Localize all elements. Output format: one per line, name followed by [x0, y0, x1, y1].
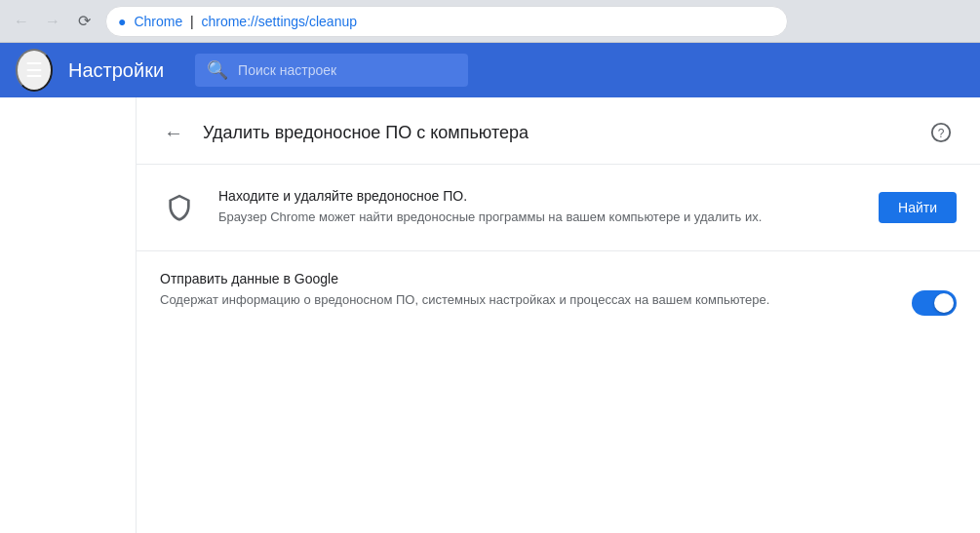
address-bar[interactable]: ● Chrome | chrome://settings/cleanup	[105, 6, 788, 37]
send-data-description: Содержат информацию о вредоносном ПО, си…	[160, 290, 769, 310]
shield-icon-container	[160, 188, 199, 227]
search-icon: 🔍	[207, 59, 228, 81]
forward-nav-button[interactable]: →	[39, 8, 66, 35]
find-button[interactable]: Найти	[879, 192, 957, 223]
send-data-toggle[interactable]	[912, 290, 957, 316]
settings-title: Настройки	[68, 59, 164, 82]
help-circle-icon: ?	[930, 122, 952, 143]
page-back-button[interactable]: ←	[160, 118, 187, 148]
browser-chrome: ← → ⟳ ● Chrome | chrome://settings/clean…	[0, 0, 980, 43]
toggle-slider	[912, 290, 957, 316]
main-content: ← Удалить вредоносное ПО с компьютера ?	[0, 97, 980, 533]
page-header: ← Удалить вредоносное ПО с компьютера ?	[137, 97, 980, 165]
malware-title: Находите и удаляйте вредоносное ПО.	[218, 188, 859, 204]
malware-section: Находите и удаляйте вредоносное ПО. Брау…	[137, 165, 980, 251]
content-area: ← Удалить вредоносное ПО с компьютера ?	[137, 97, 980, 533]
address-prefix: chrome://	[201, 14, 257, 29]
shield-icon	[164, 192, 195, 223]
address-path: /cleanup	[305, 14, 357, 29]
malware-section-inner: Находите и удаляйте вредоносное ПО. Брау…	[160, 188, 957, 227]
secure-icon: ●	[118, 14, 126, 29]
sidebar	[0, 97, 137, 533]
malware-description: Браузер Chrome может найти вредоносные п…	[218, 208, 852, 227]
malware-info: Находите и удаляйте вредоносное ПО. Брау…	[218, 188, 859, 227]
send-data-section: Отправить данные в Google Содержат инфор…	[137, 251, 980, 335]
toggle-row: Содержат информацию о вредоносном ПО, си…	[160, 290, 957, 316]
refresh-button[interactable]: ⟳	[70, 8, 98, 35]
settings-header: ☰ Настройки 🔍	[0, 43, 980, 97]
back-nav-button[interactable]: ←	[8, 8, 35, 35]
address-bold-part: settings	[258, 14, 305, 29]
svg-text:?: ?	[938, 127, 945, 140]
page-header-left: ← Удалить вредоносное ПО с компьютера	[160, 118, 529, 148]
nav-buttons: ← → ⟳	[8, 8, 98, 35]
address-app: Chrome	[134, 14, 182, 29]
hamburger-menu-button[interactable]: ☰	[16, 49, 53, 92]
page-title: Удалить вредоносное ПО с компьютера	[203, 123, 529, 143]
search-box[interactable]: 🔍	[195, 54, 468, 87]
search-input[interactable]	[238, 62, 456, 78]
address-text: Chrome | chrome://settings/cleanup	[134, 14, 357, 29]
help-button[interactable]: ?	[925, 117, 957, 148]
send-data-title: Отправить данные в Google	[160, 271, 957, 286]
